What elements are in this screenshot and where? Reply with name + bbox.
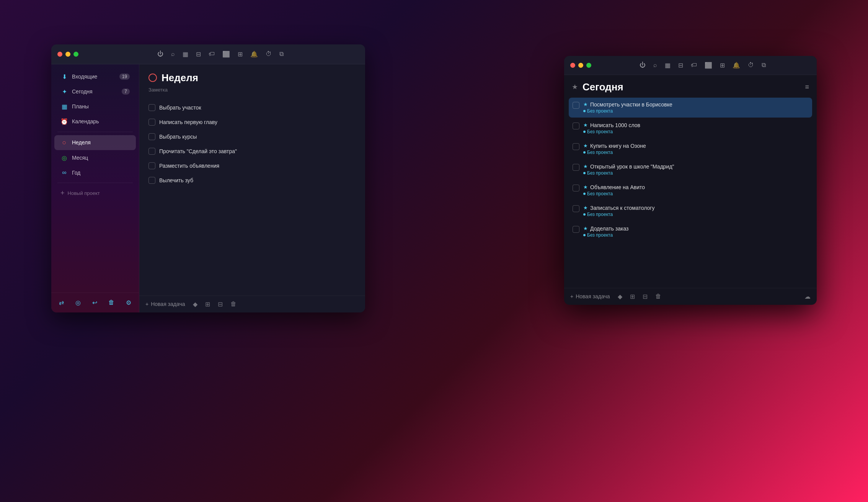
- shuffle-icon[interactable]: ⇄: [57, 298, 65, 308]
- window-body: ⬇ Входящие 19 ✦ Сегодня 7 ▦ Планы: [51, 64, 365, 312]
- second-task-checkbox[interactable]: [573, 185, 579, 191]
- traffic-light-red[interactable]: [57, 52, 62, 57]
- traffic-light-yellow[interactable]: [65, 52, 70, 57]
- second-task-label: Объявление на Авито: [590, 184, 645, 190]
- plans-icon: ▦: [60, 103, 68, 110]
- second-priority-icon[interactable]: ◆: [618, 293, 622, 300]
- task-item[interactable]: Разместить объявления: [145, 159, 359, 173]
- task-item[interactable]: Прочитать "Сделай это завтра": [145, 144, 359, 159]
- task-item[interactable]: Написать первую главу: [145, 115, 359, 129]
- sidebar-item-week[interactable]: ○ Неделя: [54, 135, 136, 150]
- tag-icon[interactable]: 🏷: [209, 51, 215, 57]
- second-timer-icon[interactable]: ⏱: [748, 62, 754, 69]
- view-icon[interactable]: ⬜: [222, 51, 230, 58]
- second-grid-icon[interactable]: ⊞: [720, 62, 725, 69]
- task-item[interactable]: Вылечить зуб: [145, 173, 359, 188]
- second-add-task-button[interactable]: + Новая задача: [570, 293, 610, 299]
- second-traffic-yellow[interactable]: [578, 63, 583, 68]
- sidebar-item-year[interactable]: ∞ Год: [54, 166, 136, 180]
- second-grid-icon-bottom[interactable]: ⊞: [630, 293, 635, 300]
- task-checkbox[interactable]: [148, 177, 155, 184]
- second-task-checkbox[interactable]: [573, 164, 579, 171]
- second-task-item[interactable]: ★ Написать 1000 слов Без проекта: [569, 118, 812, 138]
- copy-icon[interactable]: ⧉: [279, 51, 284, 57]
- expand-icon[interactable]: ⊟: [218, 301, 223, 308]
- task-checkbox[interactable]: [148, 104, 155, 111]
- grid-icon[interactable]: ⊞: [238, 51, 243, 58]
- sidebar-item-plans[interactable]: ▦ Планы: [54, 100, 136, 114]
- task-item[interactable]: Выбрать участок: [145, 100, 359, 115]
- task-checkbox[interactable]: [148, 119, 155, 126]
- second-header: ★ Сегодня ≡: [564, 75, 817, 96]
- wifi-icon[interactable]: ◎: [74, 298, 82, 308]
- second-bell-icon[interactable]: 🔔: [733, 62, 740, 69]
- second-task-content: ★ Открытый урок в школе "Мадрид" Без про…: [583, 164, 808, 176]
- sidebar-nav: ⬇ Входящие 19 ✦ Сегодня 7 ▦ Планы: [51, 64, 139, 293]
- power-icon[interactable]: ⏻: [157, 51, 163, 57]
- second-trash-icon[interactable]: 🗑: [655, 293, 661, 300]
- second-task-checkbox[interactable]: [573, 205, 579, 212]
- second-task-project: Без проекта: [583, 191, 808, 196]
- second-calendar-icon[interactable]: ▦: [665, 62, 671, 69]
- second-traffic-green[interactable]: [586, 63, 591, 68]
- second-task-checkbox[interactable]: [573, 226, 579, 233]
- second-task-item[interactable]: ★ Купить книгу на Озоне Без проекта: [569, 139, 812, 159]
- second-view-icon[interactable]: ⬜: [705, 62, 712, 69]
- second-copy-icon[interactable]: ⧉: [762, 62, 766, 69]
- task-checkbox[interactable]: [148, 133, 155, 140]
- calendar-sidebar-icon: ⏰: [60, 118, 68, 125]
- undo-icon[interactable]: ↩: [91, 298, 99, 308]
- second-task-checkbox[interactable]: [573, 102, 579, 109]
- second-expand-icon[interactable]: ⊟: [643, 293, 648, 300]
- plus-icon: +: [60, 189, 65, 197]
- second-task-project: Без проекта: [583, 108, 808, 114]
- second-task-item[interactable]: ★ Объявление на Авито Без проекта: [569, 180, 812, 200]
- second-task-item[interactable]: ★ Доделать заказ Без проекта: [569, 222, 812, 242]
- timer-icon[interactable]: ⏱: [266, 51, 272, 57]
- sidebar-item-today[interactable]: ✦ Сегодня 7: [54, 85, 136, 99]
- second-add-task-label: Новая задача: [576, 293, 610, 299]
- settings-icon[interactable]: ⚙: [124, 298, 133, 308]
- sidebar-item-calendar[interactable]: ⏰ Календарь: [54, 114, 136, 129]
- task-checkbox[interactable]: [148, 148, 155, 155]
- task-label: Выбрать курсы: [159, 134, 197, 140]
- calendar-icon[interactable]: ▦: [183, 51, 188, 58]
- new-project-label: Новый проект: [68, 190, 100, 196]
- second-power-icon[interactable]: ⏻: [640, 62, 646, 69]
- favorite-star-icon[interactable]: ★: [572, 83, 578, 91]
- trash-icon-bottom[interactable]: 🗑: [230, 301, 237, 307]
- task-checkbox[interactable]: [148, 162, 155, 169]
- second-task-item[interactable]: ★ Записаться к стоматологу Без проекта: [569, 201, 812, 221]
- week-circle-icon: [148, 74, 157, 82]
- second-traffic-red[interactable]: [570, 63, 575, 68]
- inbox-icon: ⬇: [60, 73, 68, 80]
- traffic-light-green[interactable]: [73, 52, 78, 57]
- sidebar-item-label-inbox: Входящие: [72, 74, 97, 80]
- second-search-icon[interactable]: ⌕: [653, 62, 657, 69]
- trash-icon[interactable]: 🗑: [107, 298, 116, 307]
- second-task-content: ★ Купить книгу на Озоне Без проекта: [583, 143, 808, 155]
- priority-icon[interactable]: ◆: [193, 301, 197, 308]
- menu-icon[interactable]: ≡: [805, 83, 809, 91]
- second-task-checkbox[interactable]: [573, 123, 579, 129]
- second-task-item[interactable]: ★ Посмотреть участки в Борисовке Без про…: [569, 98, 812, 118]
- grid-icon-bottom[interactable]: ⊞: [205, 301, 210, 308]
- filter-icon[interactable]: ⊟: [196, 51, 201, 58]
- content-area: Неделя Заметка Выбрать участок Написать …: [139, 64, 365, 312]
- task-item[interactable]: Выбрать курсы: [145, 129, 359, 144]
- content-subtitle: Заметка: [139, 87, 365, 97]
- content-title: Неделя: [162, 72, 198, 84]
- search-icon[interactable]: ⌕: [171, 51, 175, 57]
- sidebar-item-month[interactable]: ◎ Месяц: [54, 151, 136, 165]
- new-project-button[interactable]: + Новый проект: [51, 186, 139, 200]
- bell-icon[interactable]: 🔔: [250, 51, 258, 58]
- add-task-button[interactable]: + Новая задача: [145, 301, 185, 307]
- second-task-name: ★ Купить книгу на Озоне: [583, 143, 808, 149]
- project-dot: [583, 172, 586, 174]
- second-filter-icon[interactable]: ⊟: [678, 62, 683, 69]
- second-task-checkbox[interactable]: [573, 143, 579, 150]
- sidebar-item-inbox[interactable]: ⬇ Входящие 19: [54, 70, 136, 84]
- second-toolbar: ⏻ ⌕ ▦ ⊟ 🏷 ⬜ ⊞ 🔔 ⏱ ⧉: [594, 62, 811, 69]
- second-tag-icon[interactable]: 🏷: [691, 62, 697, 69]
- second-task-item[interactable]: ★ Открытый урок в школе "Мадрид" Без про…: [569, 160, 812, 180]
